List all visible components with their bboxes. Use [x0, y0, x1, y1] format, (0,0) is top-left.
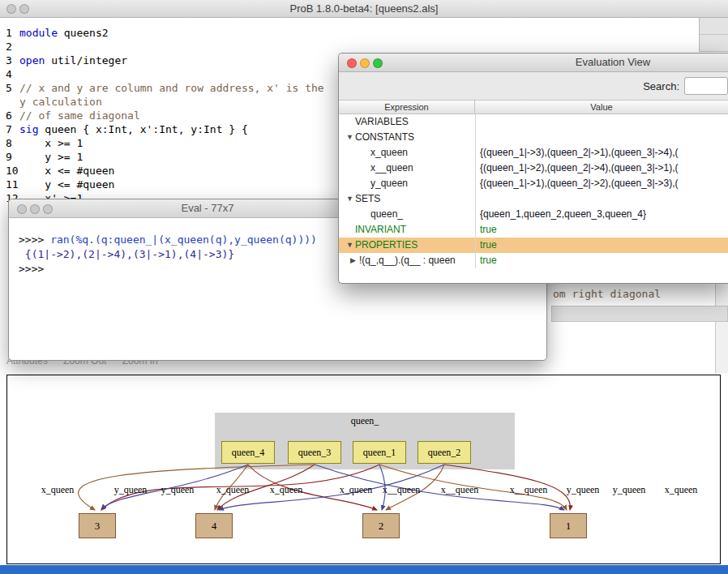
expression-text: y_queen [370, 176, 408, 191]
expression-text: x_queen [370, 145, 408, 161]
eval-window-title: Eval - 77x7 [135, 199, 280, 217]
line-number: 9 [0, 150, 19, 164]
line-number: 8 [0, 136, 19, 150]
node-number-4[interactable]: 4 [195, 513, 233, 538]
code-line: 1module queens2 [0, 26, 728, 40]
edge-label: x__queen [441, 484, 479, 496]
value-text [475, 114, 728, 130]
evaluation-view-title: Evaluation View [556, 54, 670, 71]
edge-label: x_queen [216, 484, 250, 496]
graph-canvas[interactable]: queen_ queen_4 [6, 375, 721, 564]
value-text: {queen_1,queen_2,queen_3,queen_4} [475, 207, 728, 222]
node-number-1[interactable]: 1 [550, 513, 587, 538]
table-row-properties[interactable]: ▼PROPERTIEStrue [339, 238, 728, 253]
expression-text: INVARIANT [355, 222, 406, 238]
main-window-title: ProB 1.8.0-beta4: [queens2.als] [0, 0, 728, 18]
column-header-expression[interactable]: Expression [339, 101, 475, 114]
value-text: {(queen_1|->3),(queen_2|->1),(queen_3|->… [475, 145, 728, 161]
line-number: 7 [0, 122, 19, 136]
expression-text: x__queen [370, 161, 413, 176]
table-row-x-queen[interactable]: x_queen{(queen_1|->3),(queen_2|->1),(que… [339, 145, 728, 161]
search-input[interactable] [684, 77, 728, 95]
line-number: 2 [0, 40, 19, 54]
expression-text: VARIABLES [355, 114, 409, 130]
main-window-titlebar[interactable]: ProB 1.8.0-beta4: [queens2.als] [0, 0, 728, 18]
background-panel-fragment [699, 18, 728, 52]
zoom-button[interactable] [43, 204, 53, 214]
console-result: {(1|->2),(2|->4),(3|->1),(4|->3)} [19, 248, 234, 260]
value-text: {(queen_1|->1),(queen_2|->2),(queen_3|->… [475, 176, 728, 191]
value-text: true [475, 238, 728, 253]
background-panel-fragment [551, 306, 728, 322]
table-row-invariant[interactable]: INVARIANTtrue [339, 222, 728, 238]
table-row-variables[interactable]: VARIABLES [339, 114, 728, 130]
disclosure-triangle-icon[interactable]: ▼ [346, 130, 355, 145]
node-number-3[interactable]: 3 [79, 513, 116, 538]
edge-label: x_queen [270, 484, 303, 496]
evaluation-view-window: Evaluation View Search: Expression Value… [338, 53, 728, 284]
expression-text: SETS [355, 191, 380, 207]
edge-label: x_queen [665, 484, 698, 496]
line-number: 11 [0, 178, 19, 191]
close-button[interactable] [17, 204, 27, 214]
comment-text: // of same diagonal [19, 109, 140, 122]
node-queen-1[interactable]: queen_1 [353, 441, 406, 464]
value-text: {(queen_1|->2),(queen_2|->4),(queen_3|->… [475, 161, 728, 176]
keyword: open [19, 54, 45, 67]
line-number: 5 [0, 81, 19, 95]
column-header-value[interactable]: Value [475, 101, 728, 114]
table-row-sets[interactable]: ▼SETS [339, 191, 728, 207]
background-window-edge [0, 565, 728, 574]
value-text: true [475, 222, 728, 238]
evaluation-table: VARIABLES ▼CONSTANTS x_queen{(queen_1|->… [339, 114, 728, 268]
keyword: sig [19, 122, 38, 136]
minimize-button[interactable] [30, 204, 40, 214]
node-queen-3[interactable]: queen_3 [288, 441, 341, 464]
node-queen-2[interactable]: queen_2 [418, 441, 471, 464]
search-row: Search: [339, 72, 728, 100]
evaluation-view-titlebar[interactable]: Evaluation View [339, 54, 728, 72]
table-row-property-detail[interactable]: ▶!(q_,q__).(q__ : queentrue [339, 253, 728, 268]
edge-label: x__queen [383, 484, 421, 496]
line-number: 4 [0, 67, 19, 81]
node-number-2[interactable]: 2 [362, 513, 400, 538]
table-row-x--queen[interactable]: x__queen{(queen_1|->2),(queen_2|->4),(qu… [339, 161, 728, 176]
value-text [475, 191, 728, 207]
edge-label: x__queen [510, 484, 548, 496]
table-row-constants[interactable]: ▼CONSTANTS [339, 130, 728, 145]
edge-label: y_queen [613, 484, 646, 496]
edge-label: x_queen [340, 484, 373, 496]
minimize-button[interactable] [360, 58, 370, 68]
edge-label: y_queen [114, 484, 148, 496]
value-text [475, 130, 728, 145]
edge-label: x_queen [41, 484, 75, 496]
expression-text: queen_ [370, 207, 403, 222]
line-number: 10 [0, 164, 19, 178]
code-line: 2 [0, 40, 728, 54]
search-label: Search: [643, 80, 679, 92]
value-text: true [475, 253, 728, 268]
edge-label: y_queen [161, 484, 195, 496]
expression-text: !(q_,q__).(q__ : queen [359, 253, 456, 268]
keyword: module [19, 26, 58, 40]
line-number [0, 95, 19, 109]
screen: ProB 1.8.0-beta4: [queens2.als] 1module … [0, 0, 728, 574]
disclosure-triangle-icon[interactable]: ▶ [350, 253, 359, 268]
prompt: >>>> [19, 233, 50, 246]
table-row-queen-set[interactable]: queen_{queen_1,queen_2,queen_3,queen_4} [339, 207, 728, 222]
table-row-y-queen[interactable]: y_queen{(queen_1|->1),(queen_2|->2),(que… [339, 176, 728, 191]
scrollbar[interactable] [715, 284, 728, 373]
line-number: 3 [0, 54, 19, 67]
disclosure-triangle-icon[interactable]: ▼ [346, 191, 355, 207]
zoom-button[interactable] [373, 58, 383, 68]
expression-text: CONSTANTS [355, 130, 414, 145]
expression-text: PROPERTIES [355, 238, 418, 253]
code-fragment-text: om right diagonal [553, 288, 661, 300]
table-header[interactable]: Expression Value [339, 100, 728, 114]
node-queen-4[interactable]: queen_4 [221, 441, 275, 464]
disclosure-triangle-icon[interactable] [346, 114, 355, 130]
close-button[interactable] [347, 58, 357, 68]
disclosure-triangle-icon[interactable]: ▼ [346, 238, 355, 253]
comment-text: y calculation [19, 95, 102, 109]
edge-label: y_queen [567, 484, 600, 496]
